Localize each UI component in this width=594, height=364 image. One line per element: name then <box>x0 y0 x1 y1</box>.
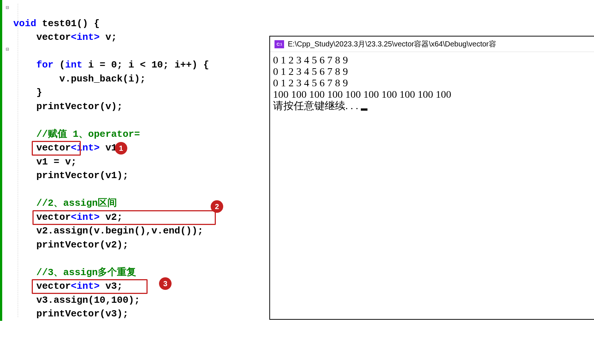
code-editor[interactable]: ⊟ ⊟ void test01() { vector<int> v; for (… <box>0 0 269 321</box>
code-line: printVector(v); <box>13 101 122 112</box>
code-line: //3、assign多个重复 <box>13 267 136 278</box>
code-line: v3.assign(10,100); <box>13 295 140 306</box>
annotation-badge-1: 1 <box>115 142 127 155</box>
code-line: v.push_back(i); <box>13 73 146 84</box>
annotation-badge-3: 3 <box>159 277 172 290</box>
fold-marker-icon[interactable]: ⊟ <box>6 46 9 52</box>
console-window[interactable]: C:\ E:\Cpp_Study\2023.3月\23.3.25\vector容… <box>269 36 594 320</box>
code-line: printVector(v2); <box>13 239 128 250</box>
code-line: printVector(v3); <box>13 308 128 319</box>
output-line: 0 1 2 3 4 5 6 7 8 9 <box>273 66 348 77</box>
cursor-icon <box>361 108 367 111</box>
output-line: 0 1 2 3 4 5 6 7 8 9 <box>273 54 348 66</box>
annotation-box-2 <box>32 210 216 225</box>
annotation-badge-2: 2 <box>211 200 223 213</box>
code-line: //2、assign区间 <box>13 198 117 209</box>
code-line: void test01() { <box>13 18 100 29</box>
code-line: vector<int> v; <box>13 32 117 43</box>
code-line: printVector(v1); <box>13 170 128 181</box>
output-line: 0 1 2 3 4 5 6 7 8 9 <box>273 77 348 89</box>
annotation-box-3 <box>32 279 148 294</box>
code-line: v2.assign(v.begin(),v.end()); <box>13 225 203 236</box>
keyword-void: void <box>13 18 36 29</box>
fold-marker-icon[interactable]: ⊟ <box>6 4 9 11</box>
console-output[interactable]: 0 1 2 3 4 5 6 7 8 9 0 1 2 3 4 5 6 7 8 9 … <box>270 52 594 114</box>
code-line: v1 = v; <box>13 156 77 167</box>
code-line: //赋值 1、operator= <box>13 129 140 140</box>
output-line: 100 100 100 100 100 100 100 100 100 100 <box>273 89 451 100</box>
console-title: E:\Cpp_Study\2023.3月\23.3.25\vector容器\x6… <box>288 39 496 49</box>
console-titlebar[interactable]: C:\ E:\Cpp_Study\2023.3月\23.3.25\vector容… <box>270 37 594 52</box>
annotation-box-1 <box>32 141 81 156</box>
code-line: } <box>13 87 42 98</box>
output-line: 请按任意键继续. . . <box>273 100 361 111</box>
code-line: for (int i = 0; i < 10; i++) { <box>13 59 209 70</box>
console-icon: C:\ <box>274 40 284 48</box>
